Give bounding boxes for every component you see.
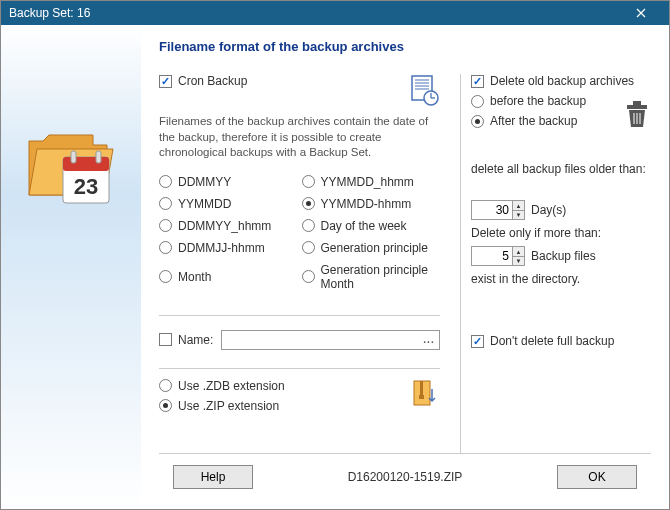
files-down[interactable]: ▼: [512, 256, 524, 265]
format-options: DDMMYY YYMMDD_hhmm YYMMDD YYMMDD-hhmm DD…: [159, 175, 440, 297]
svg-text:23: 23: [74, 174, 98, 199]
svg-rect-15: [419, 395, 424, 399]
format-ddmmyy[interactable]: DDMMYY: [159, 175, 298, 189]
window-title: Backup Set: 16: [9, 6, 621, 20]
days-down[interactable]: ▼: [512, 210, 524, 219]
name-input[interactable]: [222, 333, 419, 347]
sidebar: 23: [1, 25, 141, 509]
format-ddmmyy-hhmm[interactable]: DDMMYY_hhmm: [159, 219, 298, 233]
schedule-icon: [408, 74, 440, 106]
trash-icon: [623, 99, 651, 129]
svg-rect-2: [71, 151, 76, 163]
window: Backup Set: 16 23 Filename format of the…: [0, 0, 670, 510]
exists-label: exist in the directory.: [471, 272, 651, 286]
cron-backup-checkbox[interactable]: ✓ Cron Backup: [159, 74, 247, 88]
delete-before-radio[interactable]: before the backup: [471, 94, 586, 108]
days-unit: Day(s): [531, 203, 566, 217]
svg-rect-16: [627, 105, 647, 109]
result-filename: D16200120-1519.ZIP: [263, 470, 547, 484]
titlebar: Backup Set: 16: [1, 1, 669, 25]
cron-backup-label: Cron Backup: [178, 74, 247, 88]
body: 23 Filename format of the backup archive…: [1, 25, 669, 509]
svg-rect-1: [63, 157, 109, 171]
files-input[interactable]: [472, 249, 512, 263]
name-input-wrap: ...: [221, 330, 440, 350]
dont-delete-full-label: Don't delete full backup: [490, 334, 614, 348]
ok-button[interactable]: OK: [557, 465, 637, 489]
svg-rect-3: [96, 151, 101, 163]
format-generation-month[interactable]: Generation principle Month: [302, 263, 441, 291]
svg-rect-17: [633, 101, 641, 105]
format-month[interactable]: Month: [159, 263, 298, 291]
main: Filename format of the backup archives ✓…: [141, 25, 669, 509]
footer: Help D16200120-1519.ZIP OK: [159, 453, 651, 499]
vertical-separator: [460, 74, 461, 453]
left-panel: ✓ Cron Backup: [159, 74, 450, 453]
more-than-prompt: Delete only if more than:: [471, 226, 651, 240]
days-input[interactable]: [472, 203, 512, 217]
delete-after-radio[interactable]: After the backup: [471, 114, 586, 128]
format-yymmdd-hhmm-dash[interactable]: YYMMDD-hhmm: [302, 197, 441, 211]
name-row: Name: ...: [159, 330, 440, 350]
description: Filenames of the backup archives contain…: [159, 114, 429, 161]
ext-zip[interactable]: Use .ZIP extension: [159, 399, 285, 413]
delete-old-label: Delete old backup archives: [490, 74, 634, 88]
close-button[interactable]: [621, 1, 661, 25]
delete-old-checkbox[interactable]: ✓ Delete old backup archives: [471, 74, 651, 88]
days-spinner[interactable]: ▲ ▼: [471, 200, 525, 220]
separator: [159, 315, 440, 316]
format-yymmdd[interactable]: YYMMDD: [159, 197, 298, 211]
name-browse-button[interactable]: ...: [419, 334, 439, 345]
days-up[interactable]: ▲: [512, 201, 524, 210]
days-row: ▲ ▼ Day(s): [471, 200, 651, 220]
ext-zdb[interactable]: Use .ZDB extension: [159, 379, 285, 393]
separator-2: [159, 368, 440, 369]
format-ddmmjj-hhmm[interactable]: DDMMJJ-hhmm: [159, 241, 298, 255]
files-row: ▲ ▼ Backup files: [471, 246, 651, 266]
close-icon: [636, 8, 646, 18]
older-than-prompt: delete all backup files older than:: [471, 162, 651, 176]
files-unit: Backup files: [531, 249, 596, 263]
format-dayofweek[interactable]: Day of the week: [302, 219, 441, 233]
format-yymmdd-hhmm-underscore[interactable]: YYMMDD_hhmm: [302, 175, 441, 189]
name-label: Name:: [178, 333, 213, 347]
right-panel: ✓ Delete old backup archives before the …: [471, 74, 651, 453]
format-generation[interactable]: Generation principle: [302, 241, 441, 255]
svg-rect-14: [420, 381, 423, 395]
content: ✓ Cron Backup: [159, 74, 651, 453]
files-up[interactable]: ▲: [512, 247, 524, 256]
dont-delete-full-checkbox[interactable]: ✓ Don't delete full backup: [471, 334, 651, 348]
files-spinner[interactable]: ▲ ▼: [471, 246, 525, 266]
page-title: Filename format of the backup archives: [159, 39, 651, 54]
calendar-folder-icon: 23: [23, 115, 119, 211]
zip-icon: [412, 379, 440, 411]
name-checkbox[interactable]: Name:: [159, 333, 213, 347]
help-button[interactable]: Help: [173, 465, 253, 489]
extension-row: Use .ZDB extension Use .ZIP extension: [159, 379, 440, 419]
